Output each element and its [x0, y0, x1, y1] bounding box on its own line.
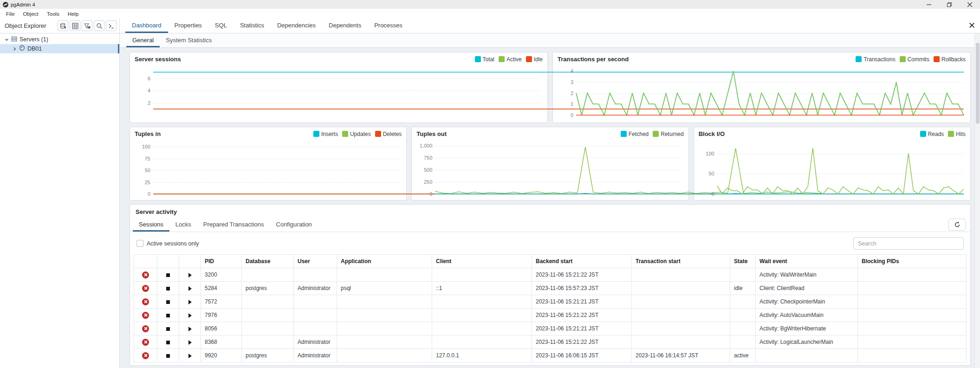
table-row[interactable]: 80562023-11-06 15:21:21 JSTActivity: BgW… — [134, 322, 967, 336]
cancel-query-icon[interactable] — [166, 300, 170, 304]
terminate-session-icon[interactable] — [142, 352, 149, 359]
content-area: Servers (1) DB01 GeneralSystem Statistic… — [0, 33, 980, 368]
tree-node-servers[interactable]: Servers (1) — [0, 35, 119, 44]
terminate-session-icon[interactable] — [142, 339, 149, 346]
column-header-user[interactable]: User — [294, 255, 337, 268]
column-header-transaction-start[interactable]: Transaction start — [632, 255, 730, 268]
activity-tab-locks[interactable]: Locks — [169, 218, 197, 232]
column-header-backend-start[interactable]: Backend start — [532, 255, 632, 268]
tab-sql[interactable]: SQL — [208, 19, 234, 33]
terminal-icon[interactable] — [106, 20, 117, 31]
table-row[interactable]: 8368Administrator2023-11-06 15:21:22 JST… — [134, 336, 967, 349]
chart-canvas — [576, 67, 964, 115]
chevron-right-icon[interactable] — [13, 47, 17, 51]
menu-help[interactable]: Help — [64, 10, 83, 18]
subtab-system-statistics[interactable]: System Statistics — [160, 33, 218, 47]
title-bar: pgAdmin 4 — [0, 0, 980, 9]
window-title: pgAdmin 4 — [11, 2, 35, 7]
close-tab-icon[interactable] — [969, 22, 975, 29]
expand-details-icon[interactable] — [188, 354, 192, 358]
cell-user — [294, 309, 337, 322]
terminate-session-icon[interactable] — [142, 285, 149, 292]
close-window-button[interactable] — [960, 0, 980, 9]
menu-object[interactable]: Object — [19, 10, 43, 18]
activity-tab-sessions[interactable]: Sessions — [133, 218, 169, 232]
tab-dependents[interactable]: Dependents — [322, 19, 368, 33]
legend-swatch — [948, 131, 954, 137]
column-header-wait-event[interactable]: Wait event — [756, 255, 858, 268]
tab-statistics[interactable]: Statistics — [234, 19, 271, 33]
table-header-row: PIDDatabaseUserApplicationClientBackend … — [134, 255, 967, 268]
cancel-query-icon[interactable] — [166, 341, 170, 344]
tab-dependencies[interactable]: Dependencies — [271, 19, 322, 33]
active-sessions-checkbox[interactable] — [136, 240, 143, 247]
cell-state — [730, 268, 756, 282]
chart-plot-area: 246 — [153, 67, 541, 115]
cell-application — [337, 349, 432, 362]
cell-database — [242, 295, 294, 309]
maximize-button[interactable] — [939, 0, 960, 9]
legend-item-rollbacks: Rollbacks — [934, 56, 966, 63]
legend-swatch — [313, 131, 319, 137]
y-tick-label: 4 — [133, 88, 150, 93]
y-tick-label: 4 — [556, 68, 573, 74]
y-tick-label: 0 — [697, 191, 714, 197]
chart-plot-area: 01234 — [576, 67, 964, 115]
column-header-blocking-pids[interactable]: Blocking PIDs — [858, 255, 967, 268]
chart-legend: FetchedReturned — [621, 131, 684, 137]
column-header-client[interactable]: Client — [432, 255, 532, 268]
scrollbar-thumb[interactable] — [976, 43, 980, 124]
chevron-down-icon[interactable] — [5, 38, 9, 42]
vertical-scrollbar[interactable] — [974, 33, 980, 368]
activity-tab-prepared-transactions[interactable]: Prepared Transactions — [197, 218, 270, 232]
search-icon[interactable] — [94, 20, 104, 31]
cancel-query-icon[interactable] — [166, 314, 170, 317]
subtab-general[interactable]: General — [126, 33, 160, 47]
object-explorer-header: Object Explorer — [0, 19, 120, 33]
expand-details-icon[interactable] — [188, 273, 192, 278]
menu-tools[interactable]: Tools — [43, 10, 64, 18]
cancel-query-icon[interactable] — [166, 327, 170, 331]
terminate-session-icon[interactable] — [142, 325, 149, 332]
expand-details-icon[interactable] — [188, 313, 192, 318]
cell-application — [337, 322, 432, 336]
cell-state: idle — [730, 282, 756, 295]
legend-item-inserts: Inserts — [313, 131, 338, 137]
column-header-database[interactable]: Database — [242, 255, 294, 268]
grid-icon[interactable] — [70, 20, 80, 31]
minimize-button[interactable] — [919, 0, 939, 9]
cancel-cell — [157, 349, 179, 362]
tab-properties[interactable]: Properties — [168, 19, 208, 33]
expand-details-icon[interactable] — [188, 327, 192, 331]
menu-file[interactable]: File — [2, 10, 19, 18]
terminate-session-icon[interactable] — [142, 312, 149, 319]
table-row[interactable]: 9920postgresAdministrator127.0.0.12023-1… — [134, 349, 967, 362]
tab-processes[interactable]: Processes — [368, 19, 409, 33]
cell-backend-start: 2023-11-06 15:57:23 JST — [532, 282, 632, 295]
cancel-query-icon[interactable] — [166, 287, 170, 291]
table-row[interactable]: 32002023-11-06 15:21:22 JSTActivity: Wal… — [134, 268, 967, 282]
activity-tab-configuration[interactable]: Configuration — [270, 218, 318, 232]
tree-node-db01[interactable]: DB01 — [0, 44, 119, 53]
terminate-session-icon[interactable] — [142, 298, 149, 305]
expand-details-icon[interactable] — [188, 286, 192, 291]
cancel-query-icon[interactable] — [166, 354, 170, 358]
refresh-button[interactable] — [948, 219, 966, 231]
table-row[interactable]: 79762023-11-06 15:21:22 JSTActivity: Aut… — [134, 309, 967, 322]
chart-panel-tuples-out: Tuples outFetchedReturned02505007501,000 — [411, 127, 688, 200]
table-row[interactable]: 5284postgresAdministratorpsql::12023-11-… — [134, 282, 967, 295]
tab-dashboard[interactable]: Dashboard — [125, 19, 168, 33]
column-header-application[interactable]: Application — [337, 255, 432, 268]
active-sessions-label: Active sessions only — [147, 240, 199, 247]
table-row[interactable]: 75722023-11-06 15:21:21 JSTActivity: Che… — [134, 295, 967, 309]
column-header-pid[interactable]: PID — [201, 255, 242, 268]
expand-details-icon[interactable] — [188, 300, 192, 304]
terminate-session-icon[interactable] — [142, 271, 149, 278]
cancel-query-icon[interactable] — [166, 273, 170, 277]
servers-icon[interactable] — [58, 20, 68, 31]
expand-details-icon[interactable] — [188, 340, 192, 345]
filter-icon[interactable] — [82, 20, 92, 31]
search-input[interactable] — [853, 237, 964, 250]
column-header-state[interactable]: State — [730, 255, 756, 268]
cell-state — [730, 322, 756, 336]
